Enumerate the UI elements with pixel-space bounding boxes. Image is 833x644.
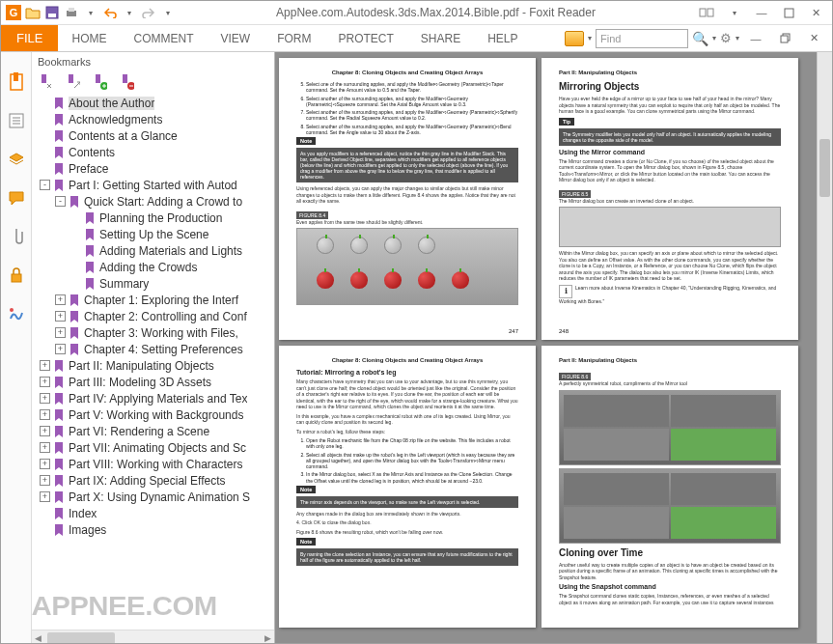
vertical-scrollbar[interactable] <box>817 52 832 644</box>
minimize-button[interactable]: — <box>749 4 774 21</box>
tab-help[interactable]: HELP <box>474 25 531 51</box>
search-input[interactable]: Find <box>596 29 688 48</box>
expand-icon[interactable]: + <box>40 409 50 420</box>
folder-icon[interactable] <box>565 31 584 46</box>
document-view[interactable]: Chapter 8: Cloning Objects and Creating … <box>275 52 832 644</box>
bookmark-ribbon-icon <box>52 474 66 488</box>
signatures-panel-icon[interactable] <box>6 303 27 324</box>
expand-icon[interactable]: + <box>55 344 66 354</box>
collapse-icon[interactable]: - <box>40 180 50 190</box>
svg-rect-8 <box>785 9 793 17</box>
tab-share[interactable]: SHARE <box>407 25 474 51</box>
bookmark-item[interactable]: +Part IV: Applying Materials and Tex <box>36 390 272 406</box>
paragraph: To mirror a robot's leg, follow these st… <box>296 429 518 435</box>
bookmark-item[interactable]: +Part VIII: Working with Characters <box>36 456 272 472</box>
bookmark-ribbon-icon <box>52 113 66 126</box>
search-icon[interactable]: 🔍 <box>692 31 708 46</box>
bookmarks-horizontal-scrollbar[interactable]: ◀▶ <box>32 630 274 644</box>
bookmark-item[interactable]: -Quick Start: Adding a Crowd to <box>36 193 272 210</box>
bookmark-item[interactable]: Summary <box>36 275 272 292</box>
bookmark-item[interactable]: Images <box>36 521 272 538</box>
close-button[interactable]: ✕ <box>803 4 828 21</box>
bookmark-item[interactable]: +Part II: Manipulating Objects <box>36 357 272 374</box>
bookmark-item[interactable]: +Part VI: Rendering a Scene <box>36 423 272 439</box>
collapse-all-icon[interactable] <box>67 74 82 90</box>
expand-icon[interactable]: + <box>40 360 50 371</box>
delete-bookmark-icon[interactable] <box>121 74 136 90</box>
bookmark-item[interactable]: About the Author <box>36 95 272 111</box>
search-dropdown[interactable]: ▾ <box>712 34 716 42</box>
bookmark-item[interactable]: Adding Materials and Lights <box>36 242 272 259</box>
doc-restore-button[interactable] <box>772 30 797 47</box>
expand-all-icon[interactable] <box>40 74 55 90</box>
settings-icon[interactable]: ⚙ <box>720 31 732 45</box>
expand-icon[interactable]: + <box>55 311 66 322</box>
ribbon-options-dropdown[interactable]: ▾ <box>722 4 747 21</box>
expand-icon[interactable]: + <box>40 475 50 486</box>
bookmark-item[interactable]: +Chapter 4: Setting Preferences <box>36 341 272 357</box>
bookmark-ribbon-icon <box>68 310 81 323</box>
bookmark-item[interactable]: +Part VII: Animating Objects and Sc <box>36 439 272 456</box>
bookmark-item[interactable]: Index <box>36 505 272 521</box>
tab-protect[interactable]: PROTECT <box>324 25 406 51</box>
maximize-button[interactable] <box>776 4 801 21</box>
undo-dropdown[interactable]: ▾ <box>121 4 138 21</box>
bookmark-item[interactable]: Contents <box>36 144 272 160</box>
bookmark-item[interactable]: +Chapter 1: Exploring the Interf <box>36 292 272 308</box>
security-panel-icon[interactable] <box>6 265 27 286</box>
bookmark-item[interactable]: +Part IX: Adding Special Effects <box>36 472 272 489</box>
print-icon[interactable] <box>63 4 80 21</box>
bookmark-ribbon-icon <box>52 162 66 176</box>
svg-rect-17 <box>12 274 21 282</box>
expand-icon[interactable]: + <box>40 491 50 502</box>
bookmark-item[interactable]: +Chapter 2: Controlling and Conf <box>36 308 272 324</box>
svg-rect-20 <box>69 74 73 83</box>
attachments-panel-icon[interactable] <box>6 226 27 247</box>
bookmark-label: Chapter 1: Exploring the Interf <box>84 294 238 307</box>
expand-icon[interactable]: + <box>40 459 50 469</box>
bookmark-item[interactable]: Contents at a Glance <box>36 127 272 144</box>
qat-dropdown[interactable]: ▾ <box>82 4 99 21</box>
tab-home[interactable]: HOME <box>58 25 120 51</box>
bookmark-item[interactable]: Preface <box>36 160 272 177</box>
expand-icon[interactable]: + <box>40 377 50 387</box>
expand-icon[interactable]: + <box>55 294 66 305</box>
bookmark-item[interactable]: Planning the Production <box>36 210 272 226</box>
doc-minimize-button[interactable]: — <box>743 30 768 47</box>
redo-icon[interactable] <box>140 4 157 21</box>
tab-view[interactable]: VIEW <box>207 25 264 51</box>
bookmarks-panel-icon[interactable] <box>6 71 27 93</box>
bookmark-item[interactable]: -Part I: Getting Started with Autod <box>36 177 272 193</box>
bookmark-item[interactable]: +Chapter 3: Working with Files, <box>36 324 272 341</box>
bookmark-item[interactable]: Setting Up the Scene <box>36 226 272 242</box>
figure-robot <box>559 390 781 465</box>
bookmark-item[interactable]: +Part V: Working with Backgrounds <box>36 406 272 423</box>
doc-close-button[interactable]: ✕ <box>801 30 826 47</box>
folder-dropdown[interactable]: ▾ <box>588 34 592 42</box>
collapse-icon[interactable]: - <box>55 196 66 207</box>
save-icon[interactable] <box>43 4 61 21</box>
expand-icon[interactable]: + <box>40 442 50 453</box>
bookmark-item[interactable]: +Part III: Modeling 3D Assets <box>36 374 272 390</box>
new-bookmark-icon[interactable] <box>94 74 109 90</box>
ribbon-minimize-icon[interactable] <box>695 4 720 21</box>
pdf-page: Chapter 8: Cloning Objects and Creating … <box>279 346 536 628</box>
redo-dropdown[interactable]: ▾ <box>159 4 177 21</box>
bookmark-ribbon-icon <box>83 244 97 258</box>
bookmark-item[interactable]: Adding the Crowds <box>36 259 272 275</box>
layers-panel-icon[interactable] <box>6 149 27 170</box>
bookmark-item[interactable]: Acknowledgments <box>36 111 272 127</box>
tab-form[interactable]: FORM <box>264 25 324 51</box>
comments-panel-icon[interactable] <box>6 187 27 209</box>
expand-icon[interactable]: + <box>55 327 66 338</box>
svg-rect-10 <box>781 36 788 42</box>
pages-panel-icon[interactable] <box>6 110 27 131</box>
undo-icon[interactable] <box>101 4 119 21</box>
file-tab[interactable]: FILE <box>1 25 58 51</box>
tab-comment[interactable]: COMMENT <box>120 25 207 51</box>
bookmark-item[interactable]: +Part X: Using Dynamic Animation S <box>36 489 272 505</box>
settings-dropdown[interactable]: ▾ <box>736 34 739 42</box>
expand-icon[interactable]: + <box>40 426 50 436</box>
expand-icon[interactable]: + <box>40 393 50 404</box>
open-icon[interactable] <box>24 4 42 21</box>
